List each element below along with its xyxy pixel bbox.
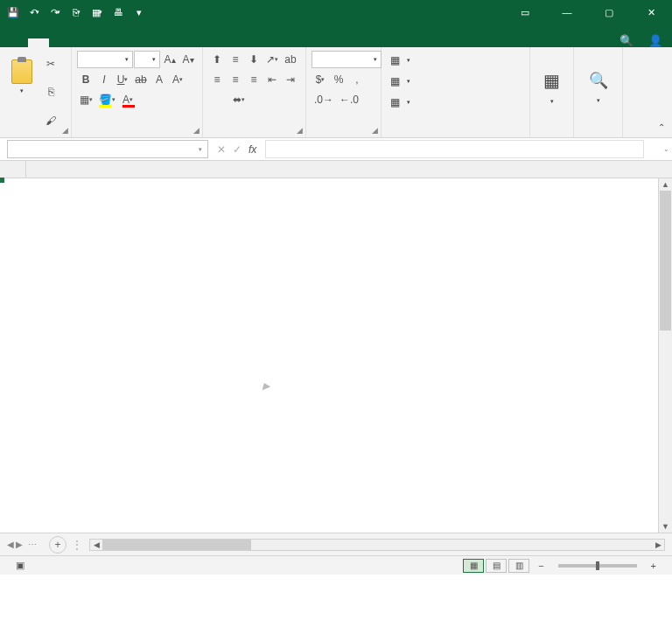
save-icon[interactable]: 💾	[4, 3, 23, 21]
wrap-text-button[interactable]: ab	[282, 51, 299, 68]
redo-button[interactable]: ↷▾	[46, 3, 65, 21]
dialog-launcher-icon[interactable]: ◢	[297, 126, 303, 135]
cancel-formula-icon[interactable]: ✕	[217, 143, 226, 156]
merge-center-button[interactable]: ⬌▾	[208, 91, 270, 108]
font-aa-button[interactable]: A▾	[169, 71, 186, 88]
sheet-nav-prev-icon[interactable]: ◀	[7, 540, 14, 549]
zoom-out-button[interactable]: −	[538, 561, 543, 571]
tab-review[interactable]	[133, 38, 154, 47]
zoom-slider[interactable]	[558, 564, 637, 568]
close-button[interactable]: ✕	[634, 0, 668, 24]
sheet-nav-next-icon[interactable]: ▶	[16, 540, 23, 549]
normal-view-button[interactable]: ▦	[463, 559, 484, 573]
font-name-combo[interactable]: ▾	[77, 51, 133, 68]
scroll-thumb[interactable]	[102, 540, 251, 550]
format-as-table-button[interactable]: ▦▾	[387, 72, 524, 91]
tab-view[interactable]	[154, 38, 175, 47]
scroll-down-icon[interactable]: ▼	[659, 520, 672, 533]
macro-record-icon[interactable]: ▣	[16, 560, 24, 571]
dialog-launcher-icon[interactable]: ◢	[62, 126, 68, 135]
decrease-decimal-button[interactable]: ←.0	[337, 91, 361, 108]
cut-button[interactable]: ✂	[42, 55, 60, 73]
find-icon[interactable]: 🔍	[589, 71, 608, 90]
scroll-right-icon[interactable]: ▶	[652, 540, 664, 549]
underline-button[interactable]: U▾	[114, 71, 131, 88]
name-box[interactable]: ▾	[7, 140, 208, 158]
qat-customize[interactable]: ▾	[130, 3, 149, 21]
accounting-format-button[interactable]: $▾	[312, 71, 329, 88]
dialog-launcher-icon[interactable]: ◢	[193, 126, 200, 135]
title-bar: 💾 ↶▾ ↷▾ ⎘▾ ▦▾ 🖶 ▾ ▭ — ▢ ✕	[0, 0, 672, 24]
fill-color-button[interactable]: 🪣▾	[96, 91, 118, 108]
expand-formula-bar-button[interactable]: ⌄	[660, 138, 672, 160]
paste-button[interactable]: ▾	[5, 51, 38, 103]
tab-formulas[interactable]	[91, 38, 112, 47]
font-color-button[interactable]: A▾	[119, 91, 136, 108]
decrease-font-button[interactable]: A▾	[179, 51, 197, 68]
align-left-button[interactable]: ≡	[208, 71, 226, 88]
align-center-button[interactable]: ≡	[227, 71, 244, 88]
sheet-tab-bar: ◀ ▶ ⋯ + ⋮ ◀ ▶	[0, 533, 672, 555]
cell-styles-button[interactable]: ▦▾	[387, 93, 524, 112]
font-size-combo[interactable]: ▾	[134, 51, 160, 68]
number-format-combo[interactable]: ▾	[312, 51, 382, 68]
tab-file[interactable]	[7, 38, 28, 47]
align-middle-button[interactable]: ≡	[227, 51, 244, 68]
undo-button[interactable]: ↶▾	[24, 3, 44, 21]
increase-font-button[interactable]: A▴	[161, 51, 178, 68]
comma-format-button[interactable]: ,	[348, 71, 366, 88]
clipboard-icon	[11, 59, 32, 84]
tab-insert[interactable]	[49, 38, 70, 47]
tab-developer[interactable]	[175, 38, 196, 47]
horizontal-scrollbar[interactable]: ◀ ▶	[89, 539, 665, 551]
increase-decimal-button[interactable]: .0→	[312, 91, 336, 108]
conditional-formatting-button[interactable]: ▦▾	[387, 51, 524, 70]
minimize-button[interactable]: —	[550, 0, 584, 24]
strikethrough-button[interactable]: ab	[132, 71, 150, 88]
share-button[interactable]: 👤	[648, 34, 665, 47]
align-bottom-button[interactable]: ⬇	[245, 51, 262, 68]
ribbon: ▾ ✂ ⎘ 🖌 ◢ ▾ ▾ A▴ A▾ B I U▾ ab A	[0, 47, 672, 138]
decrease-indent-button[interactable]: ⇤	[263, 71, 281, 88]
scroll-up-icon[interactable]: ▲	[659, 178, 672, 191]
percent-format-button[interactable]: %	[330, 71, 347, 88]
ribbon-display-icon[interactable]: ▭	[508, 0, 542, 24]
tab-home[interactable]	[28, 38, 49, 47]
spreadsheet-grid[interactable]: ▲ ▼	[0, 161, 672, 533]
formula-input[interactable]	[265, 140, 644, 158]
search-button[interactable]: 🔍	[620, 34, 636, 47]
page-break-view-button[interactable]: ▥	[508, 559, 529, 573]
collapse-ribbon-button[interactable]: ⌃	[654, 120, 668, 134]
vertical-scrollbar[interactable]: ▲ ▼	[658, 178, 672, 533]
enter-formula-icon[interactable]: ✓	[233, 143, 242, 156]
dialog-launcher-icon[interactable]: ◢	[372, 126, 378, 135]
italic-button[interactable]: I	[95, 71, 113, 88]
format-painter-button[interactable]: 🖌	[42, 112, 60, 129]
borders-button[interactable]: ▦▾	[77, 91, 95, 108]
copy-button[interactable]: ⎘	[42, 83, 60, 101]
qat-button[interactable]: ▦▾	[88, 3, 107, 21]
align-right-button[interactable]: ≡	[245, 71, 262, 88]
page-layout-view-button[interactable]: ▤	[486, 559, 507, 573]
qat-button[interactable]: 🖶	[108, 3, 128, 21]
cells-icon[interactable]: ▦	[543, 70, 560, 91]
select-all-corner[interactable]	[0, 161, 26, 178]
maximize-button[interactable]: ▢	[592, 0, 626, 24]
align-top-button[interactable]: ⬆	[208, 51, 226, 68]
scroll-thumb[interactable]	[660, 191, 671, 331]
qat-button[interactable]: ⎘▾	[66, 3, 86, 21]
group-alignment: ⬆ ≡ ⬇ ↗▾ ab ≡ ≡ ≡ ⇤ ⇥ ⬌▾ ◢	[203, 47, 306, 137]
tab-data[interactable]	[112, 38, 133, 47]
bold-button[interactable]: B	[77, 71, 94, 88]
increase-indent-button[interactable]: ⇥	[282, 71, 299, 88]
font-aa-button[interactable]: A	[150, 71, 168, 88]
tab-page-layout[interactable]	[70, 38, 91, 47]
add-sheet-button[interactable]: +	[49, 536, 66, 554]
cell-styles-icon: ▦	[390, 96, 400, 108]
orientation-button[interactable]: ↗▾	[263, 51, 281, 68]
zoom-in-button[interactable]: +	[651, 561, 656, 571]
fx-icon[interactable]: fx	[248, 143, 256, 156]
tab-help[interactable]	[196, 38, 217, 47]
scroll-left-icon[interactable]: ◀	[90, 540, 102, 549]
group-cells: ▦ ▾	[530, 47, 574, 137]
